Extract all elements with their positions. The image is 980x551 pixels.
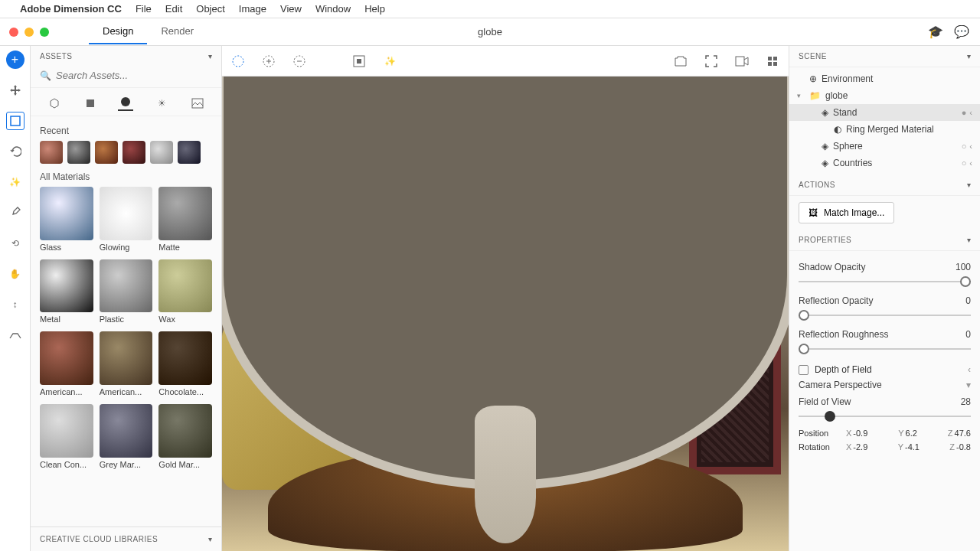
match-image-button[interactable]: 🖼Match Image... <box>799 202 894 223</box>
shapes-tab-icon[interactable] <box>83 96 98 111</box>
material-swatch-icon[interactable]: ● <box>962 108 967 117</box>
rotation-x[interactable]: -2.9 <box>853 442 867 452</box>
eyedropper-tool[interactable] <box>6 204 24 222</box>
rotation-z[interactable]: -0.8 <box>956 442 971 452</box>
chevron-left-icon[interactable]: ‹ <box>969 142 972 151</box>
menu-help[interactable]: Help <box>364 3 385 15</box>
material-item[interactable]: Clean Con... <box>40 404 93 469</box>
material-item[interactable]: American... <box>40 331 93 396</box>
feedback-icon[interactable]: 💬 <box>954 24 969 39</box>
scene-item-globe[interactable]: ▾📁globe <box>789 87 980 104</box>
material-item[interactable]: Wax <box>158 259 212 324</box>
models-tab-icon[interactable] <box>47 96 62 111</box>
reflection-roughness-value[interactable]: 0 <box>965 329 971 340</box>
recent-material-thumb[interactable] <box>67 141 90 164</box>
position-row: Position X-0.9 Y6.2 Z47.6 <box>799 429 971 438</box>
scene-item-sphere[interactable]: ◈Sphere○‹ <box>789 138 980 155</box>
shadow-opacity-value[interactable]: 100 <box>956 262 971 272</box>
add-content-button[interactable]: + <box>6 51 24 69</box>
learn-icon[interactable]: 🎓 <box>928 24 943 39</box>
frame-selection-icon[interactable] <box>351 53 368 70</box>
scene-item-stand[interactable]: ◈Stand●‹ <box>789 104 980 121</box>
zoom-window-icon[interactable] <box>40 28 49 37</box>
menu-edit[interactable]: Edit <box>165 3 182 15</box>
orbit-tool[interactable]: ⟲ <box>6 234 24 253</box>
select-tool[interactable] <box>6 112 24 130</box>
hand-tool[interactable]: ✋ <box>6 265 24 283</box>
recent-material-thumb[interactable] <box>178 141 201 164</box>
move-tool[interactable] <box>6 81 24 99</box>
viewport: ✨ <box>222 46 789 551</box>
add-selection-icon[interactable] <box>260 53 277 70</box>
reflection-opacity-value[interactable]: 0 <box>965 295 971 306</box>
lights-tab-icon[interactable]: ☀ <box>154 96 169 111</box>
tab-render[interactable]: Render <box>147 19 207 44</box>
render-preview-icon[interactable] <box>733 53 750 70</box>
chevron-left-icon[interactable]: ‹ <box>969 158 972 168</box>
asset-category-tabs: ☀ <box>31 88 221 116</box>
menu-window[interactable]: Window <box>315 3 351 15</box>
shadow-opacity-label: Shadow Opacity <box>799 262 865 272</box>
menu-view[interactable]: View <box>280 3 302 15</box>
material-item[interactable]: Chocolate... <box>158 331 212 396</box>
recent-material-thumb[interactable] <box>40 141 63 164</box>
chevron-left-icon[interactable]: ‹ <box>969 108 972 117</box>
material-item[interactable]: Matte <box>158 187 212 252</box>
materials-tab-icon[interactable] <box>118 96 133 111</box>
sample-material-icon[interactable]: ✨ <box>381 53 398 70</box>
chevron-down-icon[interactable]: ▾ <box>966 380 971 390</box>
menu-file[interactable]: File <box>136 3 152 15</box>
material-item[interactable]: Glowing <box>100 187 153 252</box>
recent-material-thumb[interactable] <box>150 141 173 164</box>
position-x[interactable]: -0.9 <box>853 429 867 438</box>
fov-slider[interactable] <box>799 409 971 424</box>
recent-material-thumb[interactable] <box>95 141 118 164</box>
fullscreen-icon[interactable] <box>703 53 720 70</box>
scene-item-environment[interactable]: ⊕Environment <box>789 70 980 87</box>
position-z[interactable]: 47.6 <box>955 429 971 438</box>
app-name: Adobe Dimension CC <box>20 3 122 15</box>
cc-libraries-header[interactable]: CREATIVE CLOUD LIBRARIES▾ <box>31 527 221 551</box>
reflection-roughness-slider[interactable] <box>799 341 971 357</box>
images-tab-icon[interactable] <box>190 96 205 111</box>
fov-value[interactable]: 28 <box>961 396 971 407</box>
camera-perspective-label: Camera Perspective <box>799 380 882 390</box>
material-swatch-icon[interactable]: ○ <box>962 142 967 151</box>
shadow-opacity-slider[interactable] <box>799 274 971 289</box>
material-item[interactable]: Grey Mar... <box>100 404 153 469</box>
menu-image[interactable]: Image <box>239 3 266 15</box>
depth-of-field-toggle[interactable]: Depth of Field‹ <box>799 364 971 375</box>
material-item[interactable]: Gold Mar... <box>158 404 212 469</box>
render-settings-icon[interactable] <box>764 53 781 70</box>
undo-tool[interactable] <box>6 142 24 161</box>
minimize-window-icon[interactable] <box>24 28 34 37</box>
traffic-lights[interactable] <box>0 28 58 37</box>
3d-canvas[interactable] <box>222 77 789 551</box>
rotation-y[interactable]: -4.1 <box>905 442 920 452</box>
assets-menu-icon[interactable]: ▾ <box>208 52 213 60</box>
tab-design[interactable]: Design <box>89 19 147 44</box>
material-item[interactable]: Metal <box>40 259 93 324</box>
camera-bookmark-icon[interactable] <box>672 53 689 70</box>
position-y[interactable]: 6.2 <box>906 429 917 438</box>
recent-material-thumb[interactable] <box>122 141 145 164</box>
material-item[interactable]: American... <box>100 331 153 396</box>
svg-point-1 <box>121 97 130 106</box>
scene-item-countries[interactable]: ◈Countries○‹ <box>789 155 980 171</box>
material-item[interactable]: Plastic <box>100 259 153 324</box>
material-swatch-icon[interactable]: ○ <box>962 158 967 168</box>
viewport-toolbar: ✨ <box>222 46 789 77</box>
scene-menu-icon[interactable]: ▾ <box>967 52 972 60</box>
scene-item-ring-material[interactable]: ◐Ring Merged Material <box>789 121 980 138</box>
dolly-tool[interactable]: ↕ <box>6 295 24 314</box>
close-window-icon[interactable] <box>9 28 18 37</box>
assets-search[interactable]: 🔍 <box>31 67 221 88</box>
marquee-select-icon[interactable] <box>230 53 247 70</box>
reflection-opacity-slider[interactable] <box>799 308 971 323</box>
menu-object[interactable]: Object <box>196 3 225 15</box>
horizon-tool[interactable] <box>6 326 24 344</box>
magic-wand-tool[interactable]: ✨ <box>6 173 24 191</box>
material-item[interactable]: Glass <box>40 187 93 252</box>
subtract-selection-icon[interactable] <box>291 53 308 70</box>
search-input[interactable] <box>56 70 212 81</box>
